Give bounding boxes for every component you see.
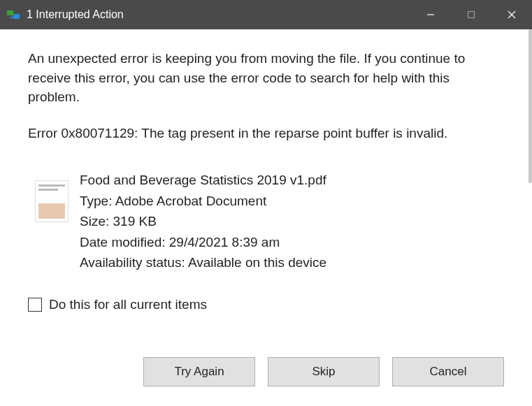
minimize-button[interactable]	[410, 0, 451, 29]
error-description: An unexpected error is keeping you from …	[28, 49, 504, 107]
titlebar: 1 Interrupted Action	[0, 0, 532, 29]
try-again-button[interactable]: Try Again	[143, 357, 255, 386]
button-row: Try Again Skip Cancel	[0, 357, 532, 406]
file-name: Food and Beverage Statistics 2019 v1.pdf	[80, 171, 326, 190]
apply-all-row[interactable]: Do this for all current items	[28, 295, 504, 314]
error-code: Error 0x80071129: The tag present in the…	[28, 124, 504, 143]
dialog-window: 1 Interrupted Action An unexpected error…	[0, 0, 532, 406]
file-info: Food and Beverage Statistics 2019 v1.pdf…	[35, 171, 504, 274]
file-date: Date modified: 29/4/2021 8:39 am	[80, 233, 326, 252]
svg-rect-0	[7, 10, 13, 15]
window-controls	[410, 0, 532, 29]
file-thumbnail-icon	[35, 180, 69, 222]
close-button[interactable]	[491, 0, 532, 29]
file-details: Food and Beverage Statistics 2019 v1.pdf…	[80, 171, 326, 274]
apply-all-label: Do this for all current items	[49, 295, 207, 314]
window-title: 1 Interrupted Action	[27, 8, 410, 21]
file-size: Size: 319 KB	[80, 212, 326, 231]
svg-rect-3	[468, 12, 475, 18]
dialog-content: An unexpected error is keeping you from …	[0, 29, 532, 357]
file-type: Type: Adobe Acrobat Document	[80, 191, 326, 211]
checkbox-icon[interactable]	[28, 298, 42, 312]
file-transfer-icon	[7, 10, 21, 20]
maximize-button[interactable]	[451, 0, 491, 29]
skip-button[interactable]: Skip	[268, 357, 380, 386]
cancel-button[interactable]: Cancel	[392, 357, 504, 386]
file-availability: Availability status: Available on this d…	[80, 253, 326, 273]
